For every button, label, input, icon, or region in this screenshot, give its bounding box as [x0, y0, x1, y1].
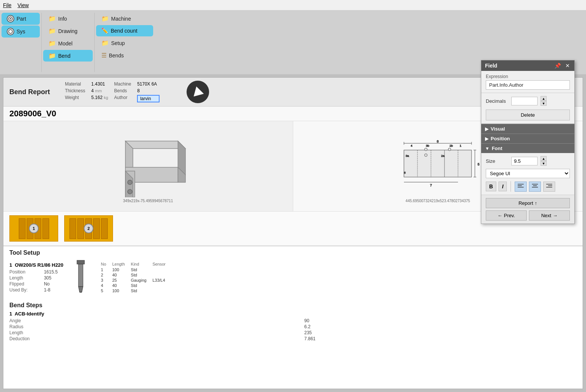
svg-point-1 — [10, 18, 11, 20]
position-collapse-icon: ▶ — [485, 136, 488, 141]
nav-bend-label: Bend — [58, 53, 71, 59]
font-size-input[interactable] — [511, 157, 538, 165]
author-field[interactable]: larvin — [137, 95, 160, 102]
menu-file[interactable]: File — [3, 2, 12, 8]
folder-icon-info: 📁 — [48, 15, 56, 22]
tool-image-area: 1 OW200/S R1/86 H220 Position 1615.5 Len… — [9, 258, 577, 296]
svg-text:4: 4 — [411, 144, 413, 147]
align-center-button[interactable] — [529, 182, 541, 192]
cell-no: 2 — [98, 272, 109, 278]
nav-col-2: 📁 Info 📁 Drawing 📁 Model 📁 Bend — [42, 11, 94, 74]
svg-text:7: 7 — [430, 183, 432, 187]
nav-setup-label: Setup — [111, 40, 125, 46]
svg-point-35 — [448, 148, 451, 150]
svg-text:3b: 3b — [426, 144, 429, 147]
tool-svg — [69, 258, 92, 296]
font-size-spinner: ▲ ▼ — [541, 156, 547, 166]
decimals-section: Decimals ▲ ▼ Delete — [481, 93, 574, 124]
cell-sensor: L33/L4 — [149, 278, 169, 283]
cell-no: 3 — [98, 278, 109, 283]
used-by-label: Used By: — [9, 287, 29, 293]
font-section-header[interactable]: ▼ Font — [481, 143, 574, 153]
font-family-select[interactable]: Segoe UI — [486, 169, 570, 178]
part-icon — [7, 15, 14, 23]
bends-label: Bends — [114, 88, 131, 93]
prev-arrow-icon: ← — [497, 213, 502, 218]
next-button[interactable]: Next → — [529, 210, 570, 221]
expression-section: Expression Part.Info.Author — [481, 71, 574, 93]
align-left-button[interactable] — [515, 182, 527, 192]
nav-btn-setup[interactable]: 📁 Setup — [96, 37, 153, 49]
material-value: 1.4301 — [91, 81, 108, 87]
spin-up[interactable]: ▲ — [541, 96, 547, 101]
visual-section-header[interactable]: ▶ Visual — [481, 124, 574, 134]
svg-text:6: 6 — [404, 171, 406, 174]
nav-machine-label: Machine — [111, 16, 131, 22]
cell-sensor — [149, 272, 169, 278]
machine-value: 5170X 6A — [137, 81, 160, 87]
field-panel-title: Field — [485, 63, 497, 69]
thickness-value: 4 mm — [91, 88, 108, 93]
folder-icon-drawing: 📁 — [48, 27, 56, 35]
size-label: Size — [486, 158, 508, 164]
bend-steps-section: Bend Steps 1 ACB-Identify Angle 90 Radiu… — [3, 299, 583, 341]
delete-button[interactable]: Delete — [486, 110, 570, 120]
align-right-button[interactable] — [543, 182, 555, 192]
pin-button[interactable]: 📌 — [554, 63, 562, 69]
table-row: 5100Std — [98, 288, 169, 293]
svg-point-11 — [128, 189, 132, 194]
cell-sensor — [149, 283, 169, 288]
svg-point-36 — [425, 153, 427, 156]
nav-bendcount-label: Bend count — [111, 28, 137, 34]
nav-btn-drawing[interactable]: 📁 Drawing — [43, 25, 93, 37]
report-button[interactable]: Report ↑ — [486, 198, 570, 208]
length-label: Length — [9, 275, 29, 281]
bend-diagram-svg: 8 5 7 3b 2b 4 1 3a — [393, 130, 483, 197]
nav-btn-machine[interactable]: 📁 Machine — [96, 13, 153, 24]
col-kind: Kind — [128, 261, 150, 267]
bends-value: 8 — [137, 88, 160, 93]
nav-btn-bends[interactable]: ☰ Bends — [96, 50, 153, 61]
svg-rect-37 — [77, 260, 84, 264]
cell-length: 40 — [109, 272, 128, 278]
field-panel-controls: 📌 ✕ — [554, 63, 571, 69]
cell-kind: Std — [128, 272, 150, 278]
table-row: 325GaugingL33/L4 — [98, 278, 169, 283]
image-right-caption: 445.695007324219x523.47802734375 — [405, 199, 470, 203]
nav-btn-model[interactable]: 📁 Model — [43, 38, 93, 49]
menu-view[interactable]: View — [18, 2, 29, 8]
cell-length: 100 — [109, 267, 128, 272]
prev-button[interactable]: ← Prev. — [486, 210, 527, 221]
nav-btn-bend[interactable]: 📁 Bend — [43, 50, 93, 62]
image-left-caption: 349x219x-75.4959945678711 — [123, 199, 173, 203]
cell-kind: Std — [128, 283, 150, 288]
thickness-label: Thickness — [65, 88, 85, 93]
folder-icon-machine: 📁 — [101, 15, 109, 22]
report-meta: Material 1.4301 Machine 5170X 6A Thickne… — [65, 81, 172, 102]
font-format-row: B I — [486, 181, 570, 192]
expression-input[interactable]: Part.Info.Author — [486, 80, 570, 90]
decimals-input[interactable] — [511, 97, 538, 105]
bold-button[interactable]: B — [486, 182, 496, 191]
cell-kind: Std — [128, 267, 150, 272]
italic-button[interactable]: I — [499, 182, 507, 191]
close-button[interactable]: ✕ — [565, 63, 571, 69]
sys-icon — [7, 28, 14, 35]
font-size-down[interactable]: ▼ — [541, 161, 547, 166]
position-label: Position — [9, 269, 29, 275]
font-size-up[interactable]: ▲ — [541, 156, 547, 161]
svg-text:3a: 3a — [406, 154, 409, 158]
spin-down[interactable]: ▼ — [541, 101, 547, 106]
nav-btn-part[interactable]: Part — [2, 13, 40, 25]
position-section-header[interactable]: ▶ Position — [481, 134, 574, 143]
author-value: larvin — [137, 95, 160, 102]
folder-icon-bends: ☰ — [101, 52, 107, 59]
nav-btn-bendcount[interactable]: ✏️ Bend count — [96, 25, 153, 36]
length-value: 305 — [44, 275, 63, 281]
nav-btn-sys[interactable]: Sys — [2, 26, 40, 38]
deduction-value: 7.861 — [304, 336, 577, 341]
flipped-value: No — [44, 281, 63, 287]
pencil-icon-bendcount: ✏️ — [101, 27, 108, 34]
font-options: Size ▲ ▼ Segoe UI B I — [481, 153, 574, 195]
nav-btn-info[interactable]: 📁 Info — [43, 13, 93, 24]
